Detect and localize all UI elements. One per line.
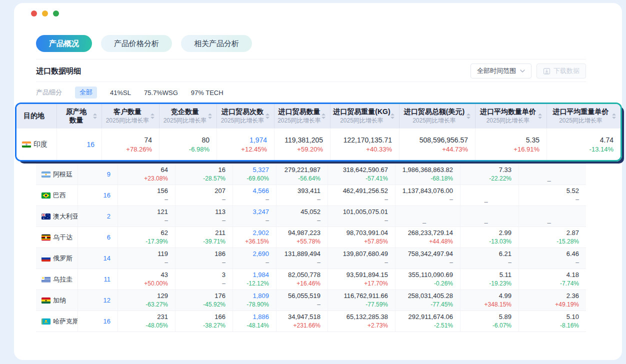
cell-destination[interactable]: 加纳: [36, 290, 78, 310]
country-name: 乌拉圭: [53, 275, 72, 284]
cell-destination[interactable]: 阿根廷: [36, 164, 78, 184]
sort-icon[interactable]: [466, 114, 470, 119]
cell-destination[interactable]: 印度: [16, 128, 56, 160]
time-range-select[interactable]: 全部时间范围: [470, 64, 532, 78]
link-value[interactable]: 2,902: [252, 228, 269, 238]
link-value[interactable]: 4,566: [252, 186, 269, 196]
yoy-change: –: [164, 196, 168, 204]
maximize-window-icon[interactable]: [53, 10, 59, 16]
filter-option-all[interactable]: 全部: [75, 86, 97, 98]
cell-customers: 231-48.05%: [118, 311, 175, 332]
flag-ghana-icon: [42, 298, 50, 304]
column-header-trade_qty[interactable]: 进口贸易数量2025同比增长率: [274, 104, 330, 128]
yoy-change: +78.26%: [126, 145, 152, 154]
link-value[interactable]: 6: [107, 233, 110, 242]
table-row-kazakhstan[interactable]: 哈萨克斯坦16231-48.05%166-38.27%1,886-48.14%3…: [36, 311, 586, 332]
table-row-ghana[interactable]: 加纳12129-63.27%176-45.92%1,809-78.90%56,0…: [36, 290, 586, 311]
cell-competitors: 166-38.27%: [175, 311, 232, 332]
column-header-origin_count[interactable]: 原产地数量: [56, 104, 102, 128]
yoy-change: -13.03%: [489, 238, 512, 246]
link-value[interactable]: 9: [107, 170, 110, 179]
tab-product-price-analysis[interactable]: 产品价格分析: [101, 35, 172, 52]
section-header: 进口数据明细 全部时间范围 下载数据: [36, 64, 586, 78]
column-header-avg_weight_price[interactable]: 进口平均重量单价2025同比增长率: [546, 104, 620, 128]
column-header-trade_weight_kg[interactable]: 进口贸易重量(KG)2025同比增长率: [330, 104, 399, 128]
tab-product-overview[interactable]: 产品概况: [36, 35, 92, 52]
value: 5.10: [566, 312, 579, 322]
cell-trade_count: 5,327-69.60%: [232, 164, 276, 184]
sort-icon[interactable]: [150, 114, 154, 119]
filter-option-41sl[interactable]: 41%SL: [110, 89, 131, 96]
highlighted-header-and-india-row: 目的地原产地数量客户数量2025同比增长率竞企数量2025同比增长率进口贸易次数…: [15, 102, 622, 162]
link-value[interactable]: 14: [104, 254, 110, 263]
column-header-competitors[interactable]: 竞企数量2025同比增长率: [159, 104, 216, 128]
link-value[interactable]: 1,984: [252, 270, 269, 280]
cell-origin_count: 6: [78, 227, 118, 248]
table-row-russia[interactable]: 俄罗斯14119–186–2,690–131,889,494–139,807,6…: [36, 248, 586, 269]
cell-trade_count: 2,690–: [232, 248, 276, 268]
link-value[interactable]: 16: [104, 191, 110, 200]
value: 131,889,494: [284, 250, 320, 258]
cell-origin_count: 16: [78, 185, 118, 206]
filter-option-757wsg[interactable]: 75.7%WSG: [144, 89, 178, 96]
table-row-uruguay[interactable]: 乌拉圭1143+50.00%3–1,984-12.12%82,050,778+1…: [36, 269, 586, 290]
link-value[interactable]: 12: [104, 296, 110, 305]
sort-icon[interactable]: [612, 114, 616, 119]
cell-destination[interactable]: 乌干达: [36, 227, 78, 248]
table-row-brazil[interactable]: 巴西16156–207–4,566–393,411–462,491,256.52…: [36, 185, 586, 206]
cell-destination[interactable]: 乌拉圭: [36, 269, 78, 290]
tab-related-product-analysis[interactable]: 相关产品分析: [181, 35, 252, 52]
cell-trade_amount_usd: –: [395, 206, 460, 226]
sort-icon[interactable]: [538, 114, 542, 119]
cell-trade_qty: 45,052–: [276, 206, 328, 226]
value: 7.33: [499, 166, 512, 174]
minimize-window-icon[interactable]: [42, 10, 48, 16]
cell-customers: 156–: [118, 185, 175, 206]
link-value[interactable]: 11: [104, 275, 111, 284]
cell-trade_weight_kg: 139,807,680.49–: [328, 248, 395, 268]
yoy-change: +59.20%: [297, 145, 323, 154]
column-header-customers[interactable]: 客户数量2025同比增长率: [102, 104, 159, 128]
value: 64: [161, 166, 168, 174]
value: 80: [202, 135, 210, 145]
sort-icon[interactable]: [208, 114, 212, 119]
column-header-avg_qty_price[interactable]: 进口平均数量单价2025同比增长率: [475, 104, 546, 128]
table-row-argentina[interactable]: 阿根廷964+23.08%16-28.57%5,327-69.60%279,22…: [36, 164, 586, 185]
filter-option-97tech[interactable]: 97% TECH: [191, 89, 224, 96]
sort-icon[interactable]: [390, 114, 394, 119]
yoy-change: -77.59%: [366, 300, 388, 309]
table-row-australia[interactable]: 澳大利亚2121–113–3,247–45,052–101,005,075.01…: [36, 206, 586, 227]
cell-trade_qty: 393,411–: [276, 185, 328, 206]
sort-icon[interactable]: [322, 114, 326, 119]
link-value[interactable]: 1,809: [252, 292, 269, 300]
close-window-icon[interactable]: [31, 10, 37, 16]
yoy-change: -56.64%: [298, 174, 320, 183]
link-value[interactable]: 1,886: [252, 312, 269, 322]
sort-icon[interactable]: [93, 114, 97, 119]
link-value[interactable]: 16: [104, 317, 110, 326]
country-name: 澳大利亚: [53, 212, 78, 221]
link-value[interactable]: 5,327: [252, 166, 269, 174]
yoy-change: –: [222, 280, 226, 288]
cell-destination[interactable]: 巴西: [36, 185, 78, 206]
cell-trade_weight_kg: 318,642,590.67-57.41%: [328, 164, 395, 184]
cell-destination[interactable]: 俄罗斯: [36, 248, 78, 268]
yoy-change: –: [576, 258, 579, 267]
value: 74: [144, 135, 152, 145]
link-value[interactable]: 2,690: [252, 250, 269, 258]
table-row-india[interactable]: 印度1674+78.26%80-6.98%1,974+12.45%119,381…: [16, 128, 620, 160]
column-header-trade_amount_usd[interactable]: 进口贸易总额(美元)2025同比增长率: [399, 104, 475, 128]
download-data-button[interactable]: 下载数据: [536, 64, 586, 78]
cell-trade_weight_kg: 93,591,894.15+17.70%: [328, 269, 395, 290]
table-row-uganda[interactable]: 乌干达662-17.39%211-39.71%2,902+36.15%94,98…: [36, 227, 586, 248]
link-value[interactable]: 1,974: [250, 135, 267, 145]
link-value[interactable]: 2: [107, 212, 110, 221]
cell-destination[interactable]: 澳大利亚: [36, 206, 78, 226]
column-header-trade_count[interactable]: 进口贸易次数2025同比增长率: [216, 104, 274, 128]
yoy-change: -6.98%: [189, 145, 210, 154]
cell-destination[interactable]: 哈萨克斯坦: [36, 311, 78, 332]
link-value[interactable]: 16: [86, 140, 94, 150]
sort-icon[interactable]: [266, 114, 270, 119]
yoy-change: –: [222, 258, 226, 267]
link-value[interactable]: 3,247: [252, 208, 269, 216]
